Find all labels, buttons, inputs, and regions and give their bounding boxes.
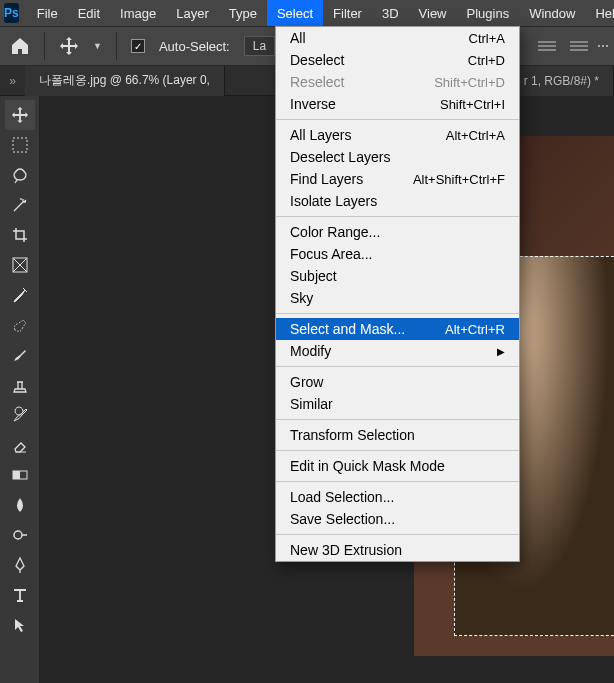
separator xyxy=(44,32,45,60)
svg-rect-0 xyxy=(13,138,27,152)
eraser-tool[interactable] xyxy=(5,430,35,460)
document-tab-background[interactable]: r 1, RGB/8#) * xyxy=(510,66,614,96)
label: New 3D Extrusion xyxy=(290,542,402,558)
crop-tool[interactable] xyxy=(5,220,35,250)
menu-select[interactable]: Select xyxy=(267,0,323,26)
dodge-tool[interactable] xyxy=(5,520,35,550)
menu-bar: Ps File Edit Image Layer Type Select Fil… xyxy=(0,0,614,26)
menu-select-and-mask[interactable]: Select and Mask...Alt+Ctrl+R xyxy=(276,318,519,340)
label: Isolate Layers xyxy=(290,193,377,209)
menu-isolate-layers[interactable]: Isolate Layers xyxy=(276,190,519,212)
frame-tool[interactable] xyxy=(5,250,35,280)
label: Find Layers xyxy=(290,171,363,187)
separator xyxy=(276,366,519,367)
separator xyxy=(276,419,519,420)
menu-find-layers[interactable]: Find LayersAlt+Shift+Ctrl+F xyxy=(276,168,519,190)
move-tool[interactable] xyxy=(5,100,35,130)
marquee-tool[interactable] xyxy=(5,130,35,160)
magic-wand-tool[interactable] xyxy=(5,190,35,220)
menu-focus-area[interactable]: Focus Area... xyxy=(276,243,519,265)
menu-load-selection[interactable]: Load Selection... xyxy=(276,486,519,508)
tab-handle[interactable]: » xyxy=(0,74,25,88)
label: Focus Area... xyxy=(290,246,372,262)
shortcut: Alt+Shift+Ctrl+F xyxy=(413,172,505,187)
tool-column xyxy=(0,96,40,683)
shortcut: Ctrl+A xyxy=(469,31,505,46)
chevron-down-icon[interactable]: ▼ xyxy=(93,41,102,51)
menu-inverse[interactable]: InverseShift+Ctrl+I xyxy=(276,93,519,115)
menu-quick-mask[interactable]: Edit in Quick Mask Mode xyxy=(276,455,519,477)
healing-brush-tool[interactable] xyxy=(5,310,35,340)
menu-file[interactable]: File xyxy=(27,0,68,26)
home-icon[interactable] xyxy=(10,37,30,55)
label: Deselect xyxy=(290,52,344,68)
align-icon[interactable] xyxy=(538,45,556,47)
menu-plugins[interactable]: Plugins xyxy=(457,0,520,26)
label: Sky xyxy=(290,290,313,306)
separator xyxy=(276,313,519,314)
menu-new-3d-extrusion[interactable]: New 3D Extrusion xyxy=(276,539,519,561)
label: Transform Selection xyxy=(290,427,415,443)
distribute-icon[interactable] xyxy=(570,45,588,47)
separator xyxy=(276,534,519,535)
menu-edit[interactable]: Edit xyxy=(68,0,110,26)
eyedropper-tool[interactable] xyxy=(5,280,35,310)
menu-image[interactable]: Image xyxy=(110,0,166,26)
menu-subject[interactable]: Subject xyxy=(276,265,519,287)
shortcut: Shift+Ctrl+D xyxy=(434,75,505,90)
label: Deselect Layers xyxy=(290,149,390,165)
menu-type[interactable]: Type xyxy=(219,0,267,26)
label: All xyxy=(290,30,306,46)
shortcut: Alt+Ctrl+A xyxy=(446,128,505,143)
svg-rect-3 xyxy=(13,471,20,479)
shortcut: Shift+Ctrl+I xyxy=(440,97,505,112)
menu-all-layers[interactable]: All LayersAlt+Ctrl+A xyxy=(276,124,519,146)
more-icon[interactable] xyxy=(602,45,604,47)
label: Reselect xyxy=(290,74,344,90)
brush-tool[interactable] xyxy=(5,340,35,370)
path-selection-tool[interactable] xyxy=(5,610,35,640)
menu-view[interactable]: View xyxy=(409,0,457,26)
label: Grow xyxy=(290,374,323,390)
menu-grow[interactable]: Grow xyxy=(276,371,519,393)
blur-tool[interactable] xyxy=(5,490,35,520)
menu-deselect[interactable]: DeselectCtrl+D xyxy=(276,49,519,71)
menu-deselect-layers[interactable]: Deselect Layers xyxy=(276,146,519,168)
label: All Layers xyxy=(290,127,351,143)
type-tool[interactable] xyxy=(5,580,35,610)
menu-filter[interactable]: Filter xyxy=(323,0,372,26)
shortcut: Ctrl+D xyxy=(468,53,505,68)
auto-select-dropdown[interactable]: La xyxy=(244,36,275,56)
menu-save-selection[interactable]: Save Selection... xyxy=(276,508,519,530)
label: Save Selection... xyxy=(290,511,395,527)
shortcut: Alt+Ctrl+R xyxy=(445,322,505,337)
label: Load Selection... xyxy=(290,489,394,505)
separator xyxy=(276,216,519,217)
submenu-arrow-icon: ▶ xyxy=(497,346,505,357)
separator xyxy=(276,119,519,120)
menu-window[interactable]: Window xyxy=(519,0,585,26)
menu-3d[interactable]: 3D xyxy=(372,0,409,26)
auto-select-checkbox[interactable]: ✓ xyxy=(131,39,145,53)
label: Color Range... xyxy=(290,224,380,240)
menu-all[interactable]: AllCtrl+A xyxy=(276,27,519,49)
menu-reselect: ReselectShift+Ctrl+D xyxy=(276,71,519,93)
menu-transform-selection[interactable]: Transform Selection xyxy=(276,424,519,446)
clone-stamp-tool[interactable] xyxy=(5,370,35,400)
menu-color-range[interactable]: Color Range... xyxy=(276,221,519,243)
pen-tool[interactable] xyxy=(5,550,35,580)
menu-similar[interactable]: Similar xyxy=(276,393,519,415)
select-menu-dropdown: AllCtrl+A DeselectCtrl+D ReselectShift+C… xyxy=(275,26,520,562)
menu-modify[interactable]: Modify▶ xyxy=(276,340,519,362)
menu-layer[interactable]: Layer xyxy=(166,0,219,26)
label: Subject xyxy=(290,268,337,284)
menu-sky[interactable]: Sky xyxy=(276,287,519,309)
history-brush-tool[interactable] xyxy=(5,400,35,430)
document-tab-active[interactable]: 나폴레옹.jpg @ 66.7% (Layer 0, xyxy=(25,66,225,96)
auto-select-label: Auto-Select: xyxy=(159,39,230,54)
menu-help[interactable]: Help xyxy=(585,0,614,26)
lasso-tool[interactable] xyxy=(5,160,35,190)
gradient-tool[interactable] xyxy=(5,460,35,490)
move-tool-icon[interactable] xyxy=(59,36,79,56)
label: Similar xyxy=(290,396,333,412)
